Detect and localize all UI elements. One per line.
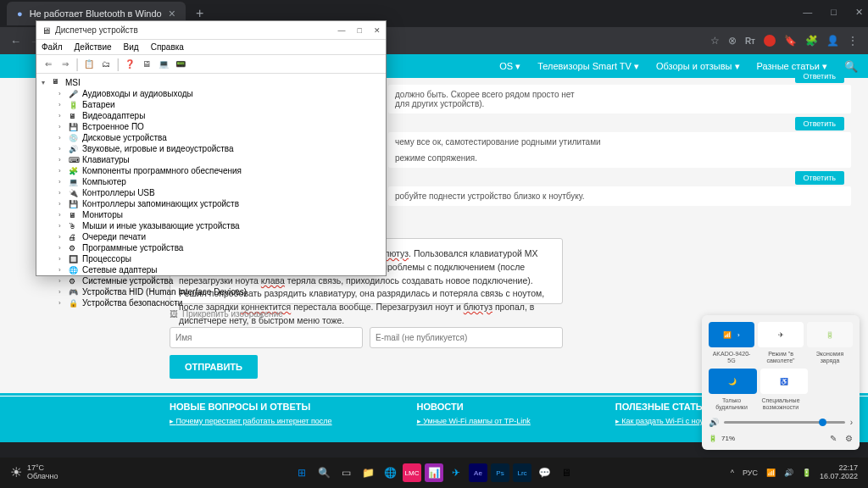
settings-icon[interactable]: ⚙ xyxy=(845,434,853,443)
devmgr-taskbar-icon[interactable]: 🖥 xyxy=(557,463,576,482)
wifi-icon[interactable]: 📶 xyxy=(766,469,776,477)
tile-label: AKADO-9420-5G xyxy=(709,351,754,363)
action-center: 📶 › ✈ 🔋 AKADO-9420-5G Режим "в самолете"… xyxy=(702,315,860,450)
chevron-icon[interactable]: › xyxy=(850,418,853,427)
tree-item[interactable]: ›🧩Компоненты программного обеспечения xyxy=(42,165,381,176)
tb-icon[interactable]: 📋 xyxy=(82,58,96,71)
app-icon[interactable]: Lrc xyxy=(513,463,531,482)
footer-link[interactable]: ▸ Почему перестает работать интернет пос… xyxy=(170,417,332,427)
clock[interactable]: 22:1716.07.2022 xyxy=(820,464,858,481)
tb-icon[interactable]: 🖥 xyxy=(140,58,153,71)
puzzle-icon[interactable]: 🧩 xyxy=(805,35,818,47)
task-view[interactable]: ▭ xyxy=(337,463,355,482)
tree-item[interactable]: ›🖱Мыши и иные указывающие устройства xyxy=(42,220,381,231)
reply-button[interactable]: Ответить xyxy=(795,117,844,130)
maximize-icon[interactable]: □ xyxy=(358,26,362,35)
tb-icon[interactable]: ❓ xyxy=(123,58,136,71)
app-icon[interactable]: LMC xyxy=(403,463,421,482)
nav-os[interactable]: OS ▾ xyxy=(499,61,520,72)
edit-icon[interactable]: ✎ xyxy=(830,434,837,443)
menu-bar: Файл Действие Вид Справка xyxy=(36,40,386,55)
tree-item[interactable]: ›🔋Батареи xyxy=(42,99,381,110)
search-button[interactable]: 🔍 xyxy=(314,463,333,482)
start-button[interactable]: ⊞ xyxy=(292,463,311,482)
close-icon[interactable]: ✕ xyxy=(374,26,381,35)
toolbar: ⇐ ⇒ | 📋 🗂 | ❓ 🖥 💻 📟 xyxy=(36,55,386,74)
tree-item[interactable]: ›🔊Звуковые, игровые и видеоустройства xyxy=(42,143,381,154)
chevron-up-icon[interactable]: ^ xyxy=(731,469,734,477)
app-icon[interactable]: 📊 xyxy=(425,463,443,482)
bookmark-icon[interactable]: 🔖 xyxy=(784,35,797,47)
lang-indicator[interactable]: РУС xyxy=(743,469,758,477)
back-icon[interactable]: ⇐ xyxy=(42,58,55,71)
window-minimize[interactable]: — xyxy=(803,7,812,18)
submit-button[interactable]: ОТПРАВИТЬ xyxy=(170,355,258,379)
tb-icon[interactable]: 🗂 xyxy=(99,58,113,71)
back-icon[interactable]: ← xyxy=(10,35,21,47)
tab-close-icon[interactable]: × xyxy=(169,7,175,20)
email-input[interactable] xyxy=(370,327,563,348)
window-maximize[interactable]: □ xyxy=(831,7,837,18)
star-icon[interactable]: ☆ xyxy=(710,35,720,47)
tree-item[interactable]: ›🖥Мониторы xyxy=(42,209,381,220)
tree-item[interactable]: ›💾Встроенное ПО xyxy=(42,121,381,132)
tree-item[interactable]: ›🎮Устройства HID (Human Interface Device… xyxy=(42,286,381,297)
reply-button[interactable]: Ответить xyxy=(795,69,844,83)
app-icon[interactable]: 💬 xyxy=(535,463,554,482)
rt-icon[interactable]: Rт xyxy=(745,36,755,46)
forward-icon[interactable]: ⇒ xyxy=(58,58,72,71)
tree-item[interactable]: ›⚙Системные устройства xyxy=(42,275,381,286)
nav-reviews[interactable]: Обзоры и отзывы ▾ xyxy=(656,61,740,72)
window-close[interactable]: ✕ xyxy=(855,7,863,18)
battery-icon: 🔋 xyxy=(709,435,717,442)
tile-label: Режим "в самолете" xyxy=(758,351,804,363)
tb-icon[interactable]: 💻 xyxy=(157,58,170,71)
user-icon[interactable]: 👤 xyxy=(826,35,839,47)
menu-help[interactable]: Справка xyxy=(151,42,184,52)
menu-file[interactable]: Файл xyxy=(42,42,63,52)
ext-badge-icon[interactable] xyxy=(764,35,776,47)
tree-item[interactable]: ›🔒Устройства безопасности xyxy=(42,297,381,308)
device-tree[interactable]: ▾🖥MSI ›🎤Аудиовходы и аудиовыходы›🔋Батаре… xyxy=(36,74,386,312)
app-icon: 🖥 xyxy=(42,25,51,36)
volume-icon[interactable]: 🔊 xyxy=(784,469,793,477)
tree-item[interactable]: ›🌐Сетевые адаптеры xyxy=(42,264,381,275)
app-icon[interactable]: Ps xyxy=(491,463,509,482)
speaker-icon: 🔊 xyxy=(709,418,719,427)
tree-item[interactable]: ›🖨Очереди печати xyxy=(42,231,381,242)
tree-item[interactable]: ›🔌Контроллеры USB xyxy=(42,187,381,198)
comment: Ответить чему все ок, самотестирование р… xyxy=(388,132,851,168)
tree-item[interactable]: ›🔲Процессоры xyxy=(42,253,381,264)
menu-icon[interactable]: ⋮ xyxy=(848,35,858,47)
nav-tv[interactable]: Телевизоры Smart TV ▾ xyxy=(537,61,639,72)
tree-item[interactable]: ›🖥Видеоадаптеры xyxy=(42,110,381,121)
name-input[interactable] xyxy=(170,327,363,348)
tb-icon[interactable]: 📟 xyxy=(174,58,187,71)
tree-item[interactable]: ›💻Компьютер xyxy=(42,176,381,187)
wifi-tile[interactable]: 📶 › xyxy=(709,322,754,347)
footer-link[interactable]: ▸ Умные Wi-Fi лампы от TP-Link xyxy=(417,417,531,427)
tree-item[interactable]: ›⚙Программные устройства xyxy=(42,242,381,253)
battery-icon[interactable]: 🔋 xyxy=(802,469,811,477)
accessibility-tile[interactable]: ♿ xyxy=(760,369,809,394)
airplane-tile[interactable]: ✈ xyxy=(758,322,804,347)
tree-item[interactable]: ›💾Контроллеры запоминающих устройств xyxy=(42,198,381,209)
shield-icon[interactable]: ⊗ xyxy=(728,35,737,47)
energy-tile[interactable]: 🔋 xyxy=(807,322,853,347)
new-tab-button[interactable]: + xyxy=(196,6,203,21)
tree-item[interactable]: ›⌨Клавиатуры xyxy=(42,154,381,165)
menu-action[interactable]: Действие xyxy=(75,42,112,52)
tree-item[interactable]: ›💿Дисковые устройства xyxy=(42,132,381,143)
app-icon[interactable]: Ae xyxy=(469,463,487,482)
menu-view[interactable]: Вид xyxy=(124,42,139,52)
weather-widget[interactable]: ☀ 17°CОблачно xyxy=(0,464,58,481)
chrome-icon[interactable]: 🌐 xyxy=(381,463,399,482)
alarm-tile[interactable]: 🌙 xyxy=(709,369,757,394)
search-icon[interactable]: 🔍 xyxy=(844,60,858,73)
reply-button[interactable]: Ответить xyxy=(795,171,844,185)
minimize-icon[interactable]: — xyxy=(338,26,346,35)
app-icon[interactable]: ✈ xyxy=(447,463,465,482)
volume-slider[interactable]: 🔊 › xyxy=(709,418,853,427)
explorer-icon[interactable]: 📁 xyxy=(359,463,377,482)
tree-item[interactable]: ›🎤Аудиовходы и аудиовыходы xyxy=(42,88,381,99)
